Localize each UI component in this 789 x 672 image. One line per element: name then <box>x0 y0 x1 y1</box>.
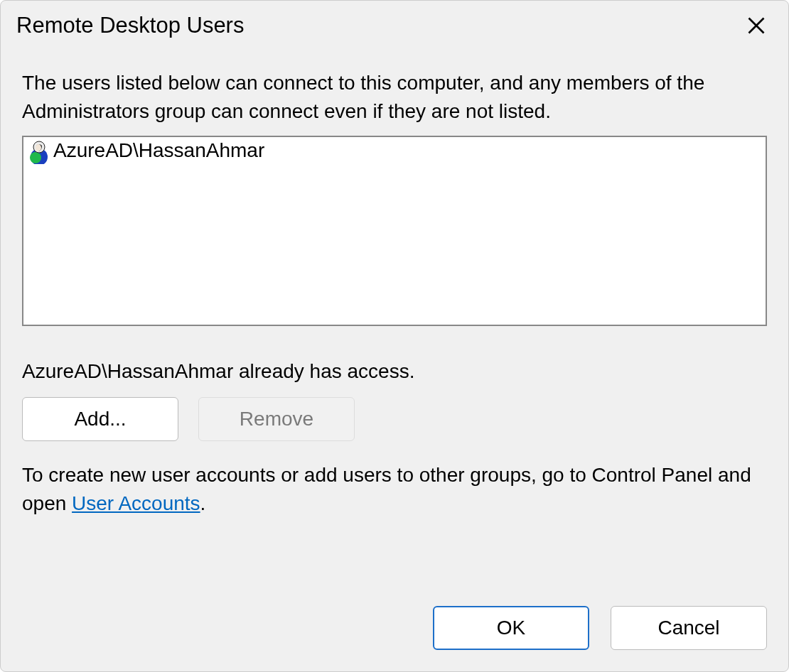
list-item-label: AzureAD\HassanAhmar <box>53 140 264 162</box>
svg-point-3 <box>30 152 41 163</box>
close-button[interactable] <box>740 9 773 42</box>
cancel-button[interactable]: Cancel <box>611 606 767 650</box>
ok-button[interactable]: OK <box>433 606 589 650</box>
access-status-text: AzureAD\HassanAhmar already has access. <box>22 360 767 383</box>
remove-button[interactable]: Remove <box>198 397 355 441</box>
user-accounts-link[interactable]: User Accounts <box>72 492 200 514</box>
users-listbox[interactable]: AzureAD\HassanAhmar <box>22 136 767 326</box>
help-text-suffix: . <box>200 492 206 514</box>
help-text: To create new user accounts or add users… <box>22 461 767 519</box>
user-icon <box>26 139 52 164</box>
titlebar: Remote Desktop Users <box>1 1 788 55</box>
footer-buttons: OK Cancel <box>1 606 788 671</box>
svg-point-5 <box>36 144 41 151</box>
list-item[interactable]: AzureAD\HassanAhmar <box>26 139 763 164</box>
description-text: The users listed below can connect to th… <box>22 69 767 126</box>
dialog-content: The users listed below can connect to th… <box>1 55 788 606</box>
close-icon <box>746 16 766 36</box>
dialog-title: Remote Desktop Users <box>16 13 244 38</box>
remote-desktop-users-dialog: Remote Desktop Users The users listed be… <box>0 0 789 672</box>
add-button[interactable]: Add... <box>22 397 178 441</box>
add-remove-row: Add... Remove <box>22 397 767 441</box>
